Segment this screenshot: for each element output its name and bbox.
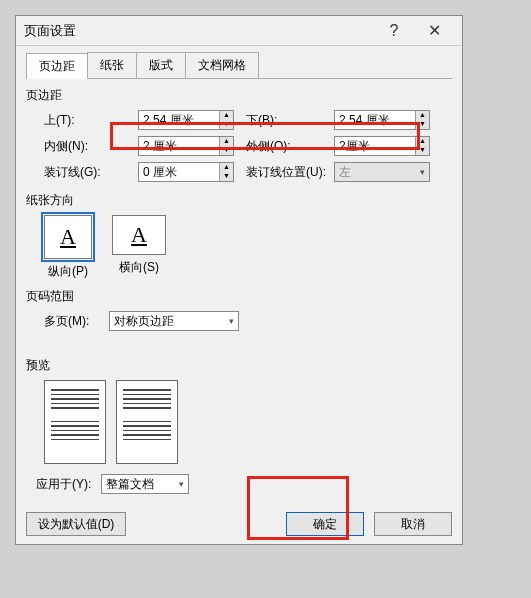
tab-bar: 页边距 纸张 版式 文档网格 xyxy=(26,52,452,79)
tab-docgrid[interactable]: 文档网格 xyxy=(185,52,259,78)
preview-page-right xyxy=(116,380,178,464)
gutter-label: 装订线(G): xyxy=(44,164,130,181)
top-label: 上(T): xyxy=(44,112,130,129)
dialog-footer: 设为默认值(D) 确定 取消 xyxy=(16,504,462,544)
bottom-spin[interactable]: ▲▼ xyxy=(334,110,430,130)
gutter-spin-buttons[interactable]: ▲▼ xyxy=(219,163,233,181)
tab-layout[interactable]: 版式 xyxy=(136,52,186,78)
gutterpos-combo: 左▾ xyxy=(334,162,430,182)
inner-spin-buttons[interactable]: ▲▼ xyxy=(219,137,233,155)
top-spin[interactable]: ▲▼ xyxy=(138,110,234,130)
set-default-button[interactable]: 设为默认值(D) xyxy=(26,512,126,536)
portrait-option[interactable]: A 纵向(P) xyxy=(44,215,92,280)
gutterpos-label: 装订线位置(U): xyxy=(246,164,326,181)
chevron-down-icon: ▾ xyxy=(229,316,234,326)
landscape-option[interactable]: A 横向(S) xyxy=(112,215,166,280)
bottom-input[interactable] xyxy=(335,111,415,129)
outer-label: 外侧(O): xyxy=(246,138,326,155)
landscape-icon: A xyxy=(112,215,166,255)
outer-input[interactable] xyxy=(335,137,415,155)
chevron-down-icon: ▾ xyxy=(179,479,184,489)
preview-area xyxy=(44,380,452,464)
outer-spin[interactable]: ▲▼ xyxy=(334,136,430,156)
gutter-input[interactable] xyxy=(139,163,219,181)
cancel-button[interactable]: 取消 xyxy=(374,512,452,536)
orientation-row: A 纵向(P) A 横向(S) xyxy=(44,215,452,280)
ok-button[interactable]: 确定 xyxy=(286,512,364,536)
top-input[interactable] xyxy=(139,111,219,129)
margins-section-label: 页边距 xyxy=(26,87,452,104)
inner-label: 内侧(N): xyxy=(44,138,130,155)
portrait-icon: A xyxy=(44,215,92,259)
bottom-spin-buttons[interactable]: ▲▼ xyxy=(415,111,429,129)
landscape-label: 横向(S) xyxy=(112,259,166,276)
portrait-label: 纵向(P) xyxy=(44,263,92,280)
dialog-title: 页面设置 xyxy=(24,22,374,40)
gutterpos-value: 左 xyxy=(339,164,351,181)
apply-combo[interactable]: 整篇文档▾ xyxy=(101,474,189,494)
apply-value: 整篇文档 xyxy=(106,476,154,493)
orientation-section-label: 纸张方向 xyxy=(26,192,452,209)
pagerange-section-label: 页码范围 xyxy=(26,288,452,305)
preview-page-left xyxy=(44,380,106,464)
inner-input[interactable] xyxy=(139,137,219,155)
help-button[interactable]: ? xyxy=(374,22,414,40)
multipage-value: 对称页边距 xyxy=(114,313,174,330)
page-setup-dialog: 页面设置 ? ✕ 页边距 纸张 版式 文档网格 页边距 上(T): ▲▼ 下(B… xyxy=(15,15,463,545)
dialog-content: 页边距 纸张 版式 文档网格 页边距 上(T): ▲▼ 下(B): ▲▼ 内侧(… xyxy=(16,46,462,504)
outer-spin-buttons[interactable]: ▲▼ xyxy=(415,137,429,155)
margins-grid: 上(T): ▲▼ 下(B): ▲▼ 内侧(N): ▲▼ 外侧(O): ▲▼ 装订… xyxy=(44,110,452,182)
apply-label: 应用于(Y): xyxy=(36,476,91,493)
preview-section-label: 预览 xyxy=(26,357,452,374)
inner-spin[interactable]: ▲▼ xyxy=(138,136,234,156)
bottom-label: 下(B): xyxy=(246,112,326,129)
tab-paper[interactable]: 纸张 xyxy=(87,52,137,78)
top-spin-buttons[interactable]: ▲▼ xyxy=(219,111,233,129)
titlebar: 页面设置 ? ✕ xyxy=(16,16,462,46)
gutter-spin[interactable]: ▲▼ xyxy=(138,162,234,182)
multipage-label: 多页(M): xyxy=(44,313,89,330)
chevron-down-icon: ▾ xyxy=(420,167,425,177)
tab-margins[interactable]: 页边距 xyxy=(26,53,88,79)
close-button[interactable]: ✕ xyxy=(414,21,454,40)
apply-row: 应用于(Y): 整篇文档▾ xyxy=(36,474,452,494)
multipage-combo[interactable]: 对称页边距▾ xyxy=(109,311,239,331)
